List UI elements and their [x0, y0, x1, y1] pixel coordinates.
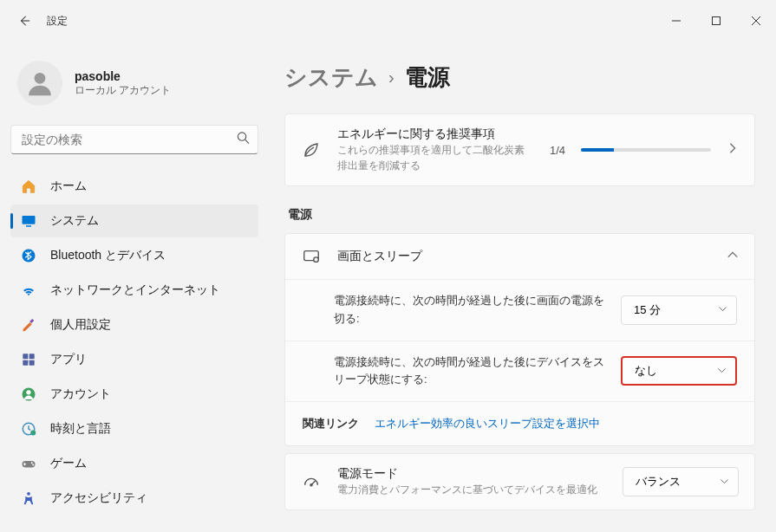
svg-point-20 — [31, 462, 33, 464]
sidebar-nav: ホームシステムBluetooth とデバイスネットワークとインターネット個人用設… — [10, 170, 258, 515]
gauge-icon — [301, 471, 322, 492]
svg-point-26 — [310, 484, 312, 486]
screen-off-dropdown[interactable]: 15 分 — [621, 295, 737, 325]
sidebar-item-bluetooth[interactable]: Bluetooth とデバイス — [10, 239, 258, 272]
svg-rect-14 — [29, 360, 35, 366]
minimize-button[interactable] — [656, 7, 696, 35]
chevron-right-icon: › — [388, 68, 395, 88]
user-name: pasoble — [75, 69, 171, 83]
power-mode-card[interactable]: 電源モード 電力消費とパフォーマンスに基づいてデバイスを最適化 バランス — [284, 453, 755, 510]
sleep-label: 電源接続時に、次の時間が経過した後にデバイスをスリープ状態にする: — [334, 354, 607, 390]
dropdown-value: バランス — [636, 474, 681, 490]
svg-rect-13 — [23, 360, 28, 366]
system-icon — [21, 213, 36, 229]
chevron-right-icon — [727, 142, 739, 158]
progress-bar — [581, 148, 711, 152]
search-icon — [237, 132, 250, 148]
svg-point-4 — [35, 73, 46, 84]
maximize-button[interactable] — [696, 7, 736, 35]
related-links-row: 関連リンク エネルギー効率の良いスリープ設定を選択中 — [285, 401, 754, 445]
energy-title: エネルギーに関する推奨事項 — [337, 127, 534, 142]
sleep-dropdown[interactable]: なし — [621, 356, 737, 386]
related-link[interactable]: エネルギー効率の良いスリープ設定を選択中 — [375, 416, 600, 431]
window-controls — [656, 7, 776, 35]
sidebar-item-access[interactable]: アクセシビリティ — [10, 482, 258, 515]
home-icon — [21, 178, 36, 194]
energy-subtitle: これらの推奨事項を適用して二酸化炭素排出量を削減する — [337, 142, 534, 173]
power-mode-dropdown[interactable]: バランス — [623, 467, 739, 496]
svg-rect-7 — [23, 216, 36, 224]
user-subtitle: ローカル アカウント — [75, 83, 171, 98]
screen-off-row: 電源接続時に、次の時間が経過した後に画面の電源を切る: 15 分 — [285, 279, 754, 341]
svg-point-18 — [30, 431, 36, 436]
dropdown-value: なし — [635, 363, 657, 379]
energy-recommendation-card[interactable]: エネルギーに関する推奨事項 これらの推奨事項を適用して二酸化炭素排出量を削減する… — [284, 114, 755, 186]
avatar — [17, 61, 62, 106]
section-header-power: 電源 — [288, 207, 755, 223]
access-icon — [21, 490, 36, 506]
related-label: 関連リンク — [303, 416, 359, 431]
sidebar-item-label: 時刻と言語 — [50, 421, 111, 437]
sidebar-item-clock[interactable]: 時刻と言語 — [10, 412, 258, 445]
back-button[interactable] — [16, 12, 33, 29]
breadcrumb-current: 電源 — [405, 62, 450, 93]
sidebar-item-label: ネットワークとインターネット — [50, 282, 220, 298]
screen-sleep-title: 画面とスリープ — [337, 249, 711, 264]
power-mode-subtitle: 電力消費とパフォーマンスに基づいてデバイスを最適化 — [337, 482, 607, 497]
svg-point-9 — [23, 250, 36, 263]
screen-sleep-card: 画面とスリープ 電源接続時に、次の時間が経過した後に画面の電源を切る: 15 分… — [284, 233, 755, 446]
sidebar-item-label: ホーム — [50, 178, 87, 194]
search-input[interactable] — [10, 125, 258, 154]
brush-icon — [21, 317, 36, 333]
svg-rect-8 — [26, 225, 31, 227]
user-block[interactable]: pasoble ローカル アカウント — [10, 52, 258, 121]
svg-point-24 — [314, 257, 319, 263]
breadcrumb: システム › 電源 — [284, 62, 755, 93]
chevron-down-icon — [718, 303, 727, 316]
leaf-icon — [301, 139, 322, 160]
svg-line-6 — [245, 139, 249, 143]
sidebar-item-account[interactable]: アカウント — [10, 378, 258, 411]
app-title: 設定 — [47, 14, 68, 29]
chevron-up-icon — [727, 249, 739, 264]
sleep-row: 電源接続時に、次の時間が経過した後にデバイスをスリープ状態にする: なし — [285, 341, 754, 402]
sidebar-item-wifi[interactable]: ネットワークとインターネット — [10, 274, 258, 307]
chevron-down-icon — [717, 365, 727, 378]
sidebar-item-label: 個人用設定 — [50, 317, 111, 333]
sidebar-item-apps[interactable]: アプリ — [10, 343, 258, 376]
svg-rect-11 — [23, 354, 28, 359]
sidebar-item-label: Bluetooth とデバイス — [50, 248, 166, 263]
account-icon — [21, 386, 36, 402]
svg-rect-10 — [29, 319, 34, 323]
svg-point-5 — [238, 133, 245, 140]
sidebar-item-brush[interactable]: 個人用設定 — [10, 308, 258, 341]
bluetooth-icon — [21, 248, 36, 263]
svg-point-21 — [32, 464, 34, 466]
screen-off-label: 電源接続時に、次の時間が経過した後に画面の電源を切る: — [334, 292, 607, 328]
sidebar-item-label: ゲーム — [50, 456, 87, 471]
clock-icon — [21, 421, 36, 437]
sidebar-item-game[interactable]: ゲーム — [10, 447, 258, 480]
sidebar-item-label: システム — [50, 213, 99, 229]
game-icon — [21, 456, 36, 471]
screen-sleep-header[interactable]: 画面とスリープ — [285, 234, 754, 279]
svg-rect-12 — [29, 354, 35, 359]
sidebar-item-label: アクセシビリティ — [50, 490, 147, 506]
sidebar-item-system[interactable]: システム — [10, 204, 258, 237]
svg-rect-1 — [713, 17, 721, 25]
progress-text: 1/4 — [550, 144, 565, 157]
breadcrumb-root[interactable]: システム — [284, 62, 378, 93]
svg-point-22 — [27, 492, 30, 496]
dropdown-value: 15 分 — [634, 302, 661, 318]
apps-icon — [21, 352, 36, 367]
sidebar-item-home[interactable]: ホーム — [10, 170, 258, 203]
display-icon — [301, 246, 322, 267]
power-mode-title: 電源モード — [337, 466, 607, 482]
chevron-down-icon — [720, 476, 729, 489]
sidebar-item-label: アカウント — [50, 386, 111, 402]
wifi-icon — [21, 282, 36, 298]
close-button[interactable] — [736, 7, 776, 35]
svg-point-16 — [26, 390, 30, 394]
sidebar-item-label: アプリ — [50, 352, 87, 367]
